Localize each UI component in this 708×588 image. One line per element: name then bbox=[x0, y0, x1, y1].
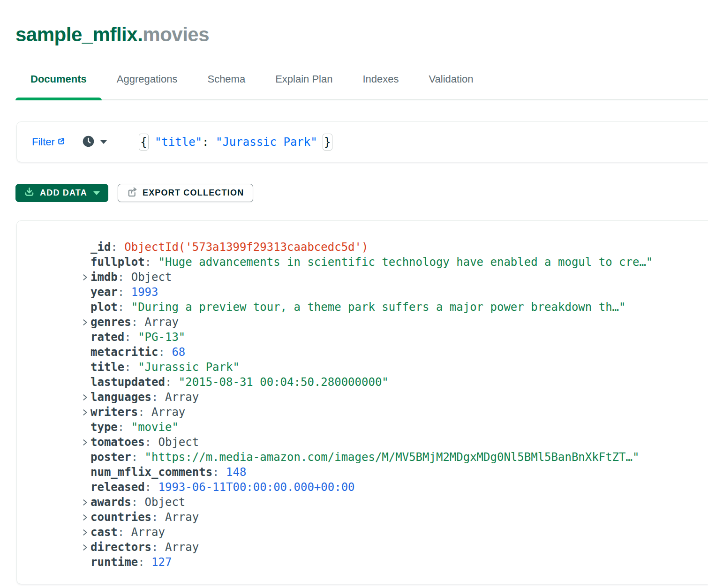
tab-label: Schema bbox=[207, 73, 245, 85]
field-separator: : bbox=[151, 541, 165, 554]
tab-aggregations[interactable]: Aggregations bbox=[102, 71, 193, 99]
field-key: rated bbox=[90, 331, 124, 344]
database-name: sample_mflix. bbox=[15, 23, 143, 45]
field-key: _id bbox=[90, 241, 111, 254]
query-history-button[interactable] bbox=[82, 135, 107, 149]
tab-label: Indexes bbox=[362, 73, 399, 85]
field-row-_id: _id: ObjectId('573a1399f29313caabcedc5d'… bbox=[17, 240, 708, 255]
add-data-label: ADD DATA bbox=[40, 188, 87, 198]
field-key: metacritic bbox=[90, 346, 158, 359]
field-value: Array bbox=[151, 406, 185, 419]
field-value: 127 bbox=[151, 556, 172, 569]
field-separator: : bbox=[158, 346, 172, 359]
field-key: countries bbox=[90, 511, 151, 524]
field-row-countries: countries: Array bbox=[17, 510, 708, 525]
field-row-poster: poster: "https://m.media-amazon.com/imag… bbox=[17, 450, 708, 465]
field-separator: : bbox=[118, 421, 131, 434]
field-separator: : bbox=[145, 256, 158, 269]
field-key: writers bbox=[90, 406, 138, 419]
expand-chevron-icon[interactable] bbox=[82, 273, 90, 282]
field-value: 1993 bbox=[131, 286, 158, 299]
tab-schema[interactable]: Schema bbox=[192, 71, 260, 99]
field-row-type: type: "movie" bbox=[17, 420, 708, 435]
field-row-genres: genres: Array bbox=[17, 315, 708, 330]
field-key: awards bbox=[90, 496, 131, 509]
field-row-imdb: imdb: Object bbox=[17, 270, 708, 285]
document-fields: _id: ObjectId('573a1399f29313caabcedc5d'… bbox=[17, 240, 708, 570]
field-key: languages bbox=[90, 391, 151, 404]
field-row-released: released: 1993-06-11T00:00:00.000+00:00 bbox=[17, 480, 708, 495]
field-key: plot bbox=[90, 301, 118, 314]
collection-tabs: DocumentsAggregationsSchemaExplain PlanI… bbox=[15, 71, 708, 100]
expand-chevron-icon[interactable] bbox=[82, 543, 90, 552]
field-row-num_mflix_comments: num_mflix_comments: 148 bbox=[17, 465, 708, 480]
filter-link[interactable]: Filter bbox=[32, 136, 65, 148]
field-value: Object bbox=[131, 271, 172, 284]
field-value: 148 bbox=[226, 466, 246, 479]
tab-explain-plan[interactable]: Explain Plan bbox=[260, 71, 347, 99]
field-row-directors: directors: Array bbox=[17, 540, 708, 555]
field-separator: : bbox=[131, 451, 145, 464]
field-value: "movie" bbox=[131, 421, 179, 434]
expand-chevron-icon[interactable] bbox=[82, 408, 90, 417]
action-buttons: ADD DATA EXPORT COLLECTION bbox=[15, 184, 708, 202]
add-data-button[interactable]: ADD DATA bbox=[15, 184, 108, 202]
field-separator: : bbox=[138, 406, 151, 419]
field-row-lastupdated: lastupdated: "2015-08-31 00:04:50.280000… bbox=[17, 375, 708, 390]
tab-validation[interactable]: Validation bbox=[414, 71, 489, 99]
expand-chevron-icon[interactable] bbox=[82, 438, 90, 447]
document-card: _id: ObjectId('573a1399f29313caabcedc5d'… bbox=[16, 220, 708, 584]
expand-chevron-icon[interactable] bbox=[82, 513, 90, 522]
query-token: "Jurassic Park" bbox=[216, 136, 317, 149]
field-value: "Huge advancements in scientific technol… bbox=[158, 256, 653, 269]
field-key: year bbox=[90, 286, 118, 299]
field-key: cast bbox=[90, 526, 118, 539]
field-value: Array bbox=[165, 541, 199, 554]
field-value: Object bbox=[145, 496, 186, 509]
tab-documents[interactable]: Documents bbox=[15, 71, 102, 99]
export-collection-label: EXPORT COLLECTION bbox=[143, 188, 244, 198]
tab-indexes[interactable]: Indexes bbox=[347, 71, 414, 99]
field-separator: : bbox=[118, 286, 131, 299]
field-key: directors bbox=[90, 541, 151, 554]
field-key: type bbox=[90, 421, 118, 434]
field-row-year: year: 1993 bbox=[17, 285, 708, 300]
field-value: "PG-13" bbox=[138, 331, 185, 344]
field-row-tomatoes: tomatoes: Object bbox=[17, 435, 708, 450]
field-value: "2015-08-31 00:04:50.280000000" bbox=[179, 376, 389, 389]
field-separator: : bbox=[111, 241, 124, 254]
open-brace: { bbox=[139, 134, 149, 151]
expand-chevron-icon[interactable] bbox=[82, 528, 90, 537]
field-value: "https://m.media-amazon.com/images/M/MV5… bbox=[145, 451, 640, 464]
tab-label: Documents bbox=[30, 73, 87, 85]
field-key: poster bbox=[90, 451, 131, 464]
field-separator: : bbox=[118, 526, 131, 539]
field-separator: : bbox=[138, 556, 151, 569]
export-collection-button[interactable]: EXPORT COLLECTION bbox=[118, 184, 253, 202]
field-separator: : bbox=[124, 331, 138, 344]
field-separator: : bbox=[212, 466, 226, 479]
query-bar: Filter {"title": "Jurassic Park"} bbox=[16, 121, 708, 162]
chevron-down-icon bbox=[93, 191, 100, 195]
field-value: ObjectId('573a1399f29313caabcedc5d') bbox=[124, 241, 368, 254]
field-key: runtime bbox=[90, 556, 138, 569]
expand-chevron-icon[interactable] bbox=[82, 318, 90, 327]
close-brace: } bbox=[323, 134, 332, 151]
filter-query-input[interactable]: {"title": "Jurassic Park"} bbox=[139, 134, 332, 151]
external-link-icon bbox=[57, 136, 65, 148]
field-key: num_mflix_comments bbox=[90, 466, 212, 479]
expand-chevron-icon[interactable] bbox=[82, 393, 90, 402]
page-title: sample_mflix.movies bbox=[15, 23, 708, 46]
field-separator: : bbox=[145, 481, 158, 494]
field-key: genres bbox=[90, 316, 131, 329]
compass-collection-view: sample_mflix.movies DocumentsAggregation… bbox=[0, 0, 708, 588]
field-key: fullplot bbox=[90, 256, 145, 269]
tab-label: Aggregations bbox=[117, 73, 178, 85]
field-row-title: title: "Jurassic Park" bbox=[17, 360, 708, 375]
field-row-languages: languages: Array bbox=[17, 390, 708, 405]
expand-chevron-icon[interactable] bbox=[82, 498, 90, 507]
field-row-plot: plot: "During a preview tour, a theme pa… bbox=[17, 300, 708, 315]
field-row-cast: cast: Array bbox=[17, 525, 708, 540]
field-value: "During a preview tour, a theme park suf… bbox=[131, 301, 626, 314]
field-value: Array bbox=[131, 526, 165, 539]
